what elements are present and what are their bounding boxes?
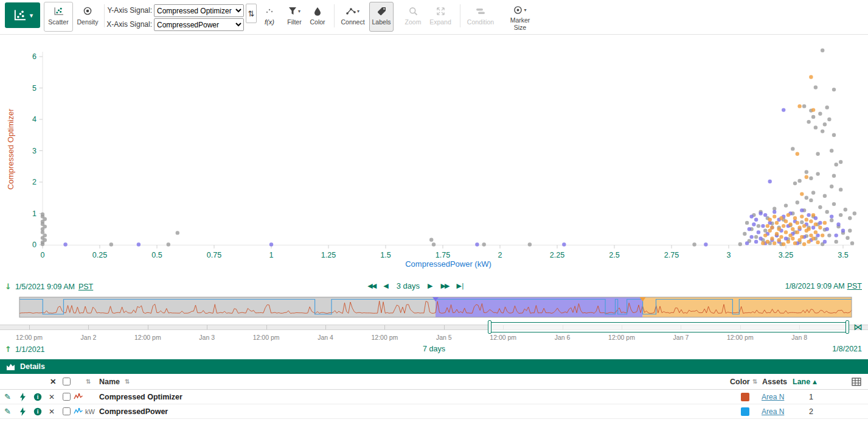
marker-size-button[interactable]: ▾ Marker Size <box>501 2 539 32</box>
scatter-point <box>844 208 847 211</box>
condition-button[interactable]: Condition <box>465 2 496 32</box>
remove-icon[interactable]: ✕ <box>49 390 55 404</box>
row-name[interactable]: CompressedPower <box>99 404 168 418</box>
time-axis-label: Jan 4 <box>318 334 333 341</box>
scatter-point <box>830 219 833 222</box>
investigate-range-bar: ↑ 1/1/2021 7 days 1/8/2021 <box>0 345 868 357</box>
fx-button[interactable]: f(x) <box>260 2 279 32</box>
step-to-end-button[interactable]: ▶| <box>456 282 464 290</box>
density-mode-button[interactable]: Density <box>74 2 101 32</box>
scrubber-tick <box>88 325 89 329</box>
color-button[interactable]: Color <box>308 2 327 32</box>
timebar-region-capsule-orange[interactable] <box>643 297 852 317</box>
row-lane: 2 <box>809 404 813 418</box>
condition-label: Condition <box>467 18 494 26</box>
labels-button[interactable]: Labels <box>369 2 394 32</box>
caret-down-icon: ▾ <box>524 7 526 13</box>
expand-button[interactable]: Expand <box>427 2 454 32</box>
color-swatch[interactable] <box>741 393 749 401</box>
remove-all-button[interactable]: ✕ <box>50 374 56 389</box>
derive-icon[interactable] <box>19 390 26 404</box>
scatter-point <box>797 226 801 230</box>
fit-range-icon[interactable]: ⋈ <box>853 322 863 332</box>
sort-ascending-icon[interactable]: ▲ <box>813 374 817 389</box>
y-axis-signal-select[interactable]: Compressed Optimizer <box>154 4 244 17</box>
scrubber-tick <box>266 325 267 329</box>
scatter-point <box>41 213 44 216</box>
row-checkbox[interactable] <box>63 407 71 415</box>
info-icon[interactable]: i <box>33 404 42 418</box>
sort-icon[interactable]: ⇅ <box>86 374 91 389</box>
details-panel-header[interactable]: Details <box>0 359 868 374</box>
step-back-button[interactable]: ◀ <box>383 282 388 290</box>
time-axis-label: 12:00 pm <box>16 334 43 341</box>
step-size-label[interactable]: 3 days <box>397 281 420 290</box>
tool-picker-button[interactable]: ▾ <box>5 2 40 28</box>
step-forward-many-button[interactable]: ▶▶ <box>441 282 449 290</box>
scatter-plot[interactable]: Compressed Optimizer CompressedPower (kW… <box>0 35 868 277</box>
scatter-point <box>745 221 749 225</box>
scrubber-tick <box>148 325 148 329</box>
toolbar: ▾ Scatter Density Y-Axis Signal <box>0 0 868 35</box>
scatter-point <box>807 227 810 231</box>
scrubber-selection-range[interactable] <box>490 322 847 332</box>
column-header-color[interactable]: Color <box>730 374 750 389</box>
select-all-checkbox[interactable] <box>63 378 71 385</box>
scatter-mode-button[interactable]: Scatter <box>44 2 73 32</box>
scatter-point <box>528 242 532 246</box>
step-back-many-button[interactable]: ◀◀ <box>367 282 375 290</box>
x-tick-label: 2.25 <box>550 251 564 259</box>
sort-icon[interactable]: ⇅ <box>752 374 757 389</box>
column-header-lane[interactable]: Lane <box>793 374 810 389</box>
investigate-range-duration[interactable]: 7 days <box>0 345 868 353</box>
derive-icon[interactable] <box>19 404 26 418</box>
x-tick-label: 1.75 <box>436 251 450 259</box>
row-name[interactable]: Compressed Optimizer <box>99 390 182 404</box>
table-columns-button[interactable] <box>852 374 861 389</box>
edit-icon[interactable]: ✎ <box>4 404 11 418</box>
zoom-button[interactable]: Zoom <box>402 2 424 32</box>
timebar-region-unselected[interactable] <box>19 297 436 317</box>
edit-icon[interactable]: ✎ <box>4 390 11 404</box>
color-swatch[interactable] <box>741 407 749 416</box>
connect-label: Connect <box>341 18 364 26</box>
sort-icon[interactable]: ⇅ <box>125 374 130 389</box>
scatter-point <box>782 108 785 111</box>
column-header-assets[interactable]: Assets <box>762 374 787 389</box>
scatter-point <box>754 240 758 244</box>
trend-preview-strip[interactable] <box>0 297 868 318</box>
svg-text:i: i <box>37 394 39 400</box>
scatter-point <box>759 211 762 215</box>
y-tick-label: 5 <box>32 84 36 93</box>
selection-left-handle[interactable] <box>488 320 491 334</box>
asset-link[interactable]: Area N <box>762 393 784 401</box>
scatter-point <box>743 232 746 236</box>
timezone-link[interactable]: PST <box>78 283 93 291</box>
y-tick-label: 1 <box>32 209 36 218</box>
selection-right-handle[interactable] <box>845 320 849 334</box>
scatter-point <box>814 222 818 226</box>
y-tick-label: 4 <box>32 115 36 124</box>
connect-button[interactable]: ▾ Connect <box>339 2 366 32</box>
swap-axes-button[interactable]: ⇅ <box>246 4 257 23</box>
asset-link[interactable]: Area N <box>762 407 784 416</box>
x-axis-signal-select[interactable]: CompressedPower <box>154 18 244 31</box>
scatter-point <box>818 226 822 230</box>
scatter-point <box>816 152 819 156</box>
scatter-mode-label: Scatter <box>48 18 68 26</box>
filter-button[interactable]: ▾ Filter <box>283 2 305 32</box>
remove-icon[interactable]: ✕ <box>49 404 55 418</box>
time-axis-label: 12:00 pm <box>727 334 754 341</box>
scatter-point <box>848 229 852 233</box>
density-mode-label: Density <box>77 18 99 26</box>
scatter-point <box>763 213 767 217</box>
scatter-point <box>797 179 801 183</box>
scatter-point <box>43 233 47 237</box>
color-label: Color <box>310 18 325 26</box>
timezone-link[interactable]: PST <box>847 282 862 290</box>
column-header-name[interactable]: Name <box>99 374 120 389</box>
scatter-point <box>779 235 783 239</box>
info-icon[interactable]: i <box>33 390 42 404</box>
step-forward-button[interactable]: ▶ <box>428 282 432 290</box>
row-checkbox[interactable] <box>63 393 71 401</box>
